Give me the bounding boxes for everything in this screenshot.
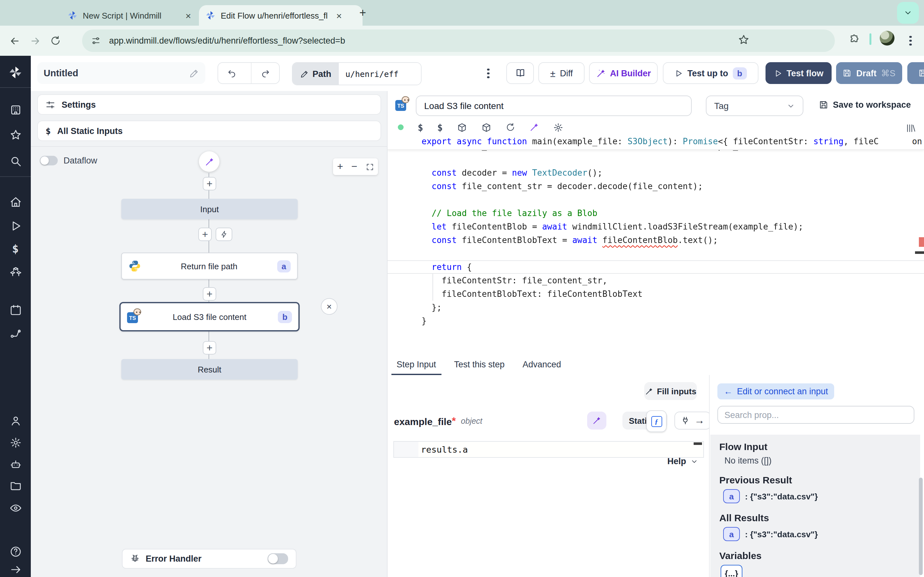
draft-button[interactable]: Draft ⌘S bbox=[836, 62, 902, 84]
expression-editor[interactable]: results.a bbox=[393, 441, 704, 458]
new-tab-button[interactable]: + bbox=[359, 8, 366, 18]
sidebar-item-users[interactable] bbox=[8, 413, 23, 428]
deploy-button[interactable]: Deploy bbox=[907, 62, 924, 84]
step-b-label: Load S3 file content bbox=[141, 312, 278, 322]
all-static-inputs-button[interactable]: $ All Static Inputs bbox=[37, 121, 381, 141]
sidebar-item-folders[interactable] bbox=[8, 478, 23, 493]
edit-or-connect-button[interactable]: ← Edit or connect an input bbox=[717, 384, 835, 400]
all-results-item[interactable]: a : {"s3":"data.csv"} bbox=[723, 527, 920, 541]
zoom-in-button[interactable]: + bbox=[337, 161, 343, 172]
sidebar-item-help[interactable] bbox=[8, 544, 23, 559]
chevron-down-icon bbox=[787, 102, 795, 110]
search-prop-input[interactable] bbox=[717, 406, 914, 424]
dataflow-toggle[interactable] bbox=[40, 156, 58, 165]
ai-flow-wand-button[interactable] bbox=[199, 151, 220, 172]
step-b-node-selected[interactable]: TS Load S3 file content b bbox=[120, 302, 300, 332]
sidebar-item-settings[interactable] bbox=[8, 435, 23, 450]
browser-tab-edit-flow[interactable]: Edit Flow u/henri/effortless_fl × bbox=[199, 5, 363, 26]
tab-close-icon[interactable]: × bbox=[336, 10, 342, 21]
bug-icon bbox=[130, 554, 140, 564]
resources-icon[interactable]: $ bbox=[437, 122, 443, 132]
scrollbar-thumb[interactable] bbox=[915, 251, 924, 254]
editor-icon-toolbar: $ $ bbox=[388, 120, 924, 135]
package-icon[interactable] bbox=[457, 122, 467, 132]
scrollbar-thumb[interactable] bbox=[919, 478, 923, 575]
trigger-button[interactable] bbox=[216, 227, 232, 241]
fullscreen-icon[interactable] bbox=[365, 163, 374, 171]
flow-name-field[interactable]: Untitled bbox=[37, 62, 205, 84]
chrome-collapse-button[interactable] bbox=[897, 2, 919, 24]
sidebar-item-audit-logs[interactable] bbox=[8, 500, 23, 516]
sidebar-item-routes[interactable] bbox=[8, 326, 23, 341]
reload-icon[interactable] bbox=[506, 122, 515, 132]
path-button[interactable]: Path u/henri/eff bbox=[292, 62, 422, 85]
flow-result-node[interactable]: Result bbox=[121, 359, 298, 380]
tab-step-input[interactable]: Step Input bbox=[388, 357, 445, 375]
result-key-badge[interactable]: a bbox=[723, 527, 740, 541]
add-step-button[interactable]: + bbox=[203, 341, 216, 355]
package-icon[interactable] bbox=[481, 122, 491, 132]
add-step-button[interactable]: + bbox=[203, 287, 216, 301]
flow-input-node[interactable]: Input bbox=[121, 199, 298, 219]
tab-close-icon[interactable]: × bbox=[186, 10, 191, 21]
test-up-to-button[interactable]: Test up to b bbox=[663, 62, 758, 84]
help-link[interactable]: Help bbox=[667, 456, 698, 466]
bookmark-star-icon[interactable] bbox=[738, 34, 750, 45]
static-mode-toggle[interactable]: Static ƒ bbox=[622, 412, 667, 430]
back-icon[interactable] bbox=[9, 35, 21, 47]
reload-icon[interactable] bbox=[50, 35, 61, 46]
site-settings-icon[interactable] bbox=[91, 36, 101, 45]
variables-icon[interactable]: $ bbox=[418, 122, 423, 132]
browser-menu-icon[interactable] bbox=[907, 34, 914, 47]
edit-pencil-icon[interactable] bbox=[189, 68, 199, 78]
sidebar-collapse-icon[interactable] bbox=[8, 562, 23, 577]
previous-result-item[interactable]: a : {"s3":"data.csv"} bbox=[723, 489, 920, 503]
forward-icon[interactable] bbox=[29, 35, 41, 47]
ai-fill-button[interactable] bbox=[587, 412, 606, 430]
step-title-input[interactable]: Load S3 file content bbox=[416, 95, 692, 116]
tag-select[interactable]: Tag bbox=[706, 95, 803, 116]
sidebar-item-resources[interactable] bbox=[8, 264, 23, 279]
browser-tab-new-script[interactable]: New Script | Windmill × bbox=[61, 5, 208, 26]
address-bar[interactable]: app.windmill.dev/flows/edit/u/henri/effo… bbox=[82, 29, 835, 52]
add-step-button[interactable]: + bbox=[198, 227, 212, 241]
profile-avatar[interactable] bbox=[880, 31, 895, 45]
gear-icon[interactable] bbox=[553, 122, 564, 132]
diff-button[interactable]: ± Diff bbox=[538, 62, 585, 84]
docs-button[interactable] bbox=[506, 62, 534, 84]
sidebar-item-workspace[interactable] bbox=[8, 102, 23, 117]
sidebar-item-variables[interactable]: $ bbox=[8, 241, 23, 256]
tab-advanced[interactable]: Advanced bbox=[514, 357, 570, 375]
library-icon[interactable] bbox=[905, 123, 916, 133]
sidebar-item-home[interactable] bbox=[8, 194, 23, 210]
sidebar-item-schedules[interactable] bbox=[8, 302, 23, 318]
ai-builder-button[interactable]: AI Builder bbox=[589, 62, 658, 84]
more-options-icon[interactable] bbox=[485, 67, 492, 80]
fill-inputs-button[interactable]: Fill inputs bbox=[644, 382, 697, 400]
tab-test-this-step[interactable]: Test this step bbox=[445, 357, 514, 375]
javascript-mode-button[interactable]: ƒ bbox=[646, 410, 667, 432]
delete-step-button[interactable]: × bbox=[321, 298, 338, 315]
connect-input-button[interactable]: → bbox=[674, 412, 711, 430]
code-editor[interactable]: // Load the entire file_content as a Uin… bbox=[388, 135, 924, 357]
result-key-badge[interactable]: a bbox=[723, 489, 740, 503]
variables-badge[interactable]: {...} bbox=[720, 565, 742, 577]
test-flow-button[interactable]: Test flow bbox=[766, 62, 832, 84]
sidebar-item-workers[interactable] bbox=[8, 456, 23, 472]
sidebar-item-runs[interactable] bbox=[8, 218, 23, 234]
sidebar-item-favorites[interactable] bbox=[8, 127, 23, 142]
zoom-out-button[interactable]: − bbox=[351, 161, 357, 172]
add-step-top-button[interactable]: + bbox=[203, 177, 216, 190]
windmill-logo-icon[interactable] bbox=[8, 65, 23, 80]
flow-settings-button[interactable]: Settings bbox=[37, 94, 381, 115]
undo-button[interactable] bbox=[218, 63, 246, 83]
magic-wand-icon[interactable] bbox=[529, 122, 539, 132]
step-a-node[interactable]: Return file path a bbox=[121, 253, 298, 279]
bun-typescript-icon: TS bbox=[395, 98, 409, 111]
redo-button[interactable] bbox=[250, 63, 279, 83]
extensions-icon[interactable] bbox=[848, 34, 860, 45]
save-to-workspace-button[interactable]: Save to workspace bbox=[819, 100, 911, 110]
sidebar-item-search[interactable] bbox=[8, 153, 23, 169]
error-handler-toggle[interactable] bbox=[268, 553, 288, 564]
undo-icon bbox=[228, 68, 237, 78]
